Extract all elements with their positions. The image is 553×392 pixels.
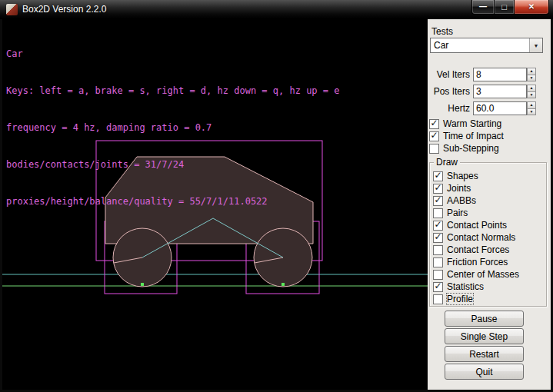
app-window: Box2D Version 2.2.0 — □ ✕ <box>0 0 553 392</box>
window-title: Box2D Version 2.2.0 <box>22 4 106 15</box>
checkbox-box: ✓ <box>433 233 443 243</box>
draw-group: Draw ✓ Shapes ✓ Joints ✓ AABBs Pairs ✓ C… <box>429 162 547 307</box>
check-icon: ✓ <box>434 184 441 192</box>
checkbox-box: ✓ <box>433 196 443 206</box>
minimize-button[interactable]: — <box>471 0 494 15</box>
window-controls: — □ ✕ <box>471 0 549 15</box>
checkbox-profile[interactable]: Profile <box>433 294 473 304</box>
tests-label: Tests <box>431 26 453 37</box>
checkbox-label: Time of Impact <box>443 131 504 141</box>
check-icon: ✓ <box>434 196 441 204</box>
pos-iters-label: Pos Iters <box>428 85 470 98</box>
check-icon: ✓ <box>430 119 438 128</box>
checkbox-box: ✓ <box>433 282 443 292</box>
restart-button[interactable]: Restart <box>445 346 524 362</box>
checkbox-box <box>433 257 443 267</box>
checkbox-warm-starting[interactable]: ✓ Warm Starting <box>429 118 501 129</box>
checkbox-box: ✓ <box>429 119 439 129</box>
vel-iters-down-icon[interactable]: ▼ <box>527 75 536 82</box>
checkbox-box <box>433 270 443 280</box>
checkbox-box <box>433 208 443 218</box>
check-icon: ✓ <box>434 171 441 180</box>
checkbox-label: Shapes <box>447 171 478 181</box>
tests-dropdown[interactable]: Car ▼ <box>430 38 543 53</box>
check-icon: ✓ <box>434 233 441 241</box>
checkbox-friction-forces[interactable]: Friction Forces <box>433 257 508 267</box>
hud-keys-line: Keys: left = a, brake = s, right = d, hz… <box>6 85 339 97</box>
hud-frequency-line: frequency = 4 hz, damping ratio = 0.7 <box>6 121 339 134</box>
checkbox-box: ✓ <box>433 221 443 231</box>
checkbox-label: Statistics <box>447 281 484 292</box>
titlebar[interactable]: Box2D Version 2.2.0 — □ ✕ <box>0 0 553 19</box>
checkbox-statistics[interactable]: ✓ Statistics <box>433 281 484 292</box>
hertz-spinner: ▲▼ <box>527 101 536 115</box>
checkbox-sub-stepping[interactable]: Sub-Stepping <box>429 143 499 154</box>
hertz-up-icon[interactable]: ▲ <box>527 101 536 109</box>
hertz-label: Hertz <box>428 101 470 115</box>
hud-tree-stats-line: proxies/height/balance/quality = 55/7/1/… <box>6 195 339 208</box>
check-icon: ✓ <box>430 131 438 140</box>
vel-iters-spinner: ▲▼ <box>527 68 536 81</box>
checkbox-label: Joints <box>447 183 471 194</box>
tests-dropdown-value: Car <box>431 40 529 51</box>
control-panel: Tests Car ▼ Vel Iters ▲▼ Pos Iters ▲▼ He… <box>428 19 551 390</box>
checkbox-box: ✓ <box>433 184 443 194</box>
checkbox-time-of-impact[interactable]: ✓ Time of Impact <box>429 131 504 141</box>
checkbox-shapes[interactable]: ✓ Shapes <box>433 171 478 181</box>
close-button[interactable]: ✕ <box>515 0 549 15</box>
checkbox-contact-normals[interactable]: ✓ Contact Normals <box>433 232 515 243</box>
vel-iters-input[interactable] <box>473 68 527 81</box>
checkbox-box: ✓ <box>433 171 443 181</box>
hertz-input[interactable] <box>473 101 527 115</box>
checkbox-label: Contact Points <box>447 220 507 231</box>
checkbox-box <box>433 245 443 255</box>
pos-iters-up-icon[interactable]: ▲ <box>527 85 536 92</box>
right-contact-point <box>281 283 285 286</box>
left-contact-point <box>141 283 144 286</box>
pos-iters-down-icon[interactable]: ▼ <box>527 92 536 99</box>
checkbox-box: ✓ <box>429 131 439 141</box>
checkbox-label: Friction Forces <box>447 257 508 267</box>
simulation-canvas[interactable]: Car Keys: left = a, brake = s, right = d… <box>2 19 428 390</box>
checkbox-box <box>433 294 443 304</box>
checkbox-aabbs[interactable]: ✓ AABBs <box>433 195 476 206</box>
maximize-button[interactable]: □ <box>494 0 515 15</box>
checkbox-label: Pairs <box>447 208 468 218</box>
app-icon <box>6 4 18 15</box>
minimize-icon: — <box>479 3 487 11</box>
checkbox-label: Sub-Stepping <box>443 143 499 154</box>
checkbox-center-of-masses[interactable]: Center of Masses <box>433 269 519 280</box>
dropdown-arrow-icon[interactable]: ▼ <box>529 38 542 52</box>
check-icon: ✓ <box>434 282 441 291</box>
pos-iters-spinner: ▲▼ <box>527 85 536 98</box>
close-icon: ✕ <box>528 3 535 11</box>
checkbox-label: Center of Masses <box>447 269 519 280</box>
checkbox-contact-points[interactable]: ✓ Contact Points <box>433 220 507 231</box>
hud-stats-line: bodies/contacts/joints = 31/7/24 <box>6 158 339 171</box>
hud-test-name: Car <box>6 48 339 60</box>
quit-button[interactable]: Quit <box>445 364 524 380</box>
checkbox-label: Contact Normals <box>447 232 515 243</box>
checkbox-label: Contact Forces <box>447 244 509 255</box>
draw-group-label: Draw <box>434 158 460 168</box>
single-step-button[interactable]: Single Step <box>445 328 524 344</box>
vel-iters-up-icon[interactable]: ▲ <box>527 68 536 75</box>
pause-button[interactable]: Pause <box>445 311 524 327</box>
checkbox-box <box>429 144 439 154</box>
maximize-icon: □ <box>501 3 507 11</box>
checkbox-label: AABBs <box>447 195 476 206</box>
pos-iters-input[interactable] <box>473 85 527 98</box>
checkbox-pairs[interactable]: Pairs <box>433 208 468 218</box>
vel-iters-label: Vel Iters <box>428 68 470 81</box>
checkbox-label: Profile <box>447 294 473 304</box>
check-icon: ✓ <box>434 221 441 229</box>
checkbox-label: Warm Starting <box>443 118 501 129</box>
debug-text: Car Keys: left = a, brake = s, right = d… <box>6 23 339 232</box>
checkbox-joints[interactable]: ✓ Joints <box>433 183 471 194</box>
checkbox-contact-forces[interactable]: Contact Forces <box>433 244 509 255</box>
hertz-down-icon[interactable]: ▼ <box>527 109 536 116</box>
